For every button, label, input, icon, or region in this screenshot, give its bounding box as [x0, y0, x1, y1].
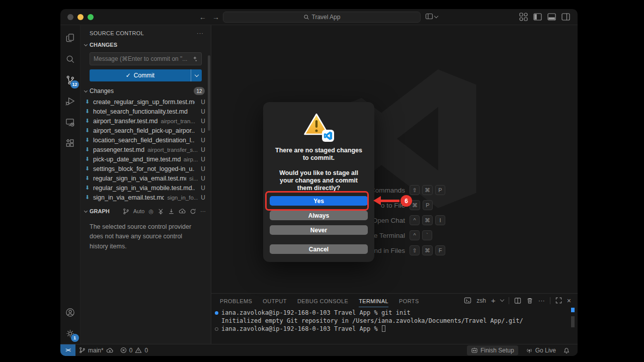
pull-icon[interactable] [168, 208, 175, 215]
keycap: I [435, 215, 445, 225]
maximize-panel-icon[interactable] [555, 297, 562, 304]
scm-count-badge: 12 [70, 80, 78, 88]
markdown-file-icon: ⬇ [85, 137, 93, 143]
layout-dropdown-icon[interactable] [425, 13, 438, 21]
untracked-status: U [198, 137, 205, 144]
sidebar-scrollbar[interactable] [208, 55, 210, 131]
file-row[interactable]: ⬇ settings_block_for_not_logged-in_u... … [80, 164, 211, 173]
branch-status-item[interactable]: main* [75, 344, 117, 356]
explorer-icon[interactable] [60, 27, 80, 48]
terminal-dropdown-icon[interactable] [500, 298, 504, 302]
sidebar-title: SOURCE CONTROL [90, 30, 144, 36]
command-center-search[interactable]: Travel App [223, 12, 421, 23]
file-row[interactable]: ⬇ regular_sign_in_via_email.test.md si..… [80, 173, 211, 183]
graph-auto-label[interactable]: Auto [133, 208, 145, 214]
file-row[interactable]: ⬇ passenger.test.md airport_transfer_s..… [80, 145, 211, 154]
keycap: ^ [410, 215, 420, 225]
sparkle-icon[interactable] [190, 55, 198, 63]
branch-icon [123, 208, 129, 215]
tab-problems[interactable]: PROBLEMS [220, 298, 252, 304]
keycap: ⌘ [422, 215, 433, 225]
file-row[interactable]: ⬇ regular_sign_in_via_mobile.test.md... … [80, 183, 211, 193]
notifications-bell-icon[interactable] [559, 344, 574, 356]
commit-message-placeholder: Message (⌘Enter to commit on "... [94, 55, 190, 62]
chevron-down-icon [84, 88, 88, 92]
traffic-lights [67, 14, 94, 20]
untracked-status: U [198, 156, 205, 163]
nav-back-icon[interactable]: ← [199, 13, 206, 21]
run-debug-icon[interactable] [60, 90, 80, 112]
customize-layout-icon[interactable] [519, 12, 528, 22]
check-icon: ✓ [126, 72, 131, 79]
workspace-title: Travel App [312, 14, 341, 21]
changes-section-header[interactable]: CHANGES [80, 38, 211, 49]
commit-button[interactable]: ✓ Commit [90, 69, 202, 81]
activity-bar: 12 [60, 25, 80, 344]
untracked-status: U [198, 118, 205, 125]
always-button[interactable]: Always [270, 211, 368, 220]
problems-status-item[interactable]: 0 0 [117, 344, 151, 356]
fetch-icon[interactable] [157, 208, 164, 215]
untracked-status: U [198, 146, 205, 153]
changes-tree-header[interactable]: Changes 12 [80, 86, 211, 96]
tab-debug-console[interactable]: DEBUG CONSOLE [297, 298, 348, 304]
cloud-upload-icon[interactable] [179, 208, 186, 215]
new-terminal-icon[interactable]: + [491, 296, 496, 305]
cancel-button[interactable]: Cancel [270, 244, 368, 254]
maximize-window-button[interactable] [88, 14, 94, 20]
terminal-scrollbar[interactable] [571, 308, 575, 338]
keycap: P [423, 200, 433, 210]
file-row[interactable]: ⬇ pick-up_date_and_time.test.md airp... … [80, 154, 211, 164]
untracked-status: U [198, 185, 205, 192]
shell-label: zsh [476, 297, 486, 304]
file-row[interactable]: ⬇ hotel_search_functionality.test.md U [80, 107, 211, 116]
tab-ports[interactable]: PORTS [399, 298, 419, 304]
refresh-icon[interactable] [190, 208, 196, 215]
source-control-icon[interactable]: 12 [60, 69, 80, 90]
close-panel-icon[interactable]: × [567, 297, 571, 305]
file-row[interactable]: ⬇ location_search_field_destination_l...… [80, 135, 211, 145]
chevron-down-icon [84, 209, 88, 212]
keycap: ^ [410, 230, 420, 240]
dialog-message-detail: Would you like to stage all your changes… [273, 169, 365, 192]
close-window-button[interactable] [67, 14, 73, 20]
file-row[interactable]: ⬇ sign_in_via_email.test.md sign_in_fo..… [80, 193, 211, 202]
never-button[interactable]: Never [270, 225, 368, 235]
commit-dropdown-button[interactable] [191, 69, 202, 81]
staged-changes-dialog: There are no staged changes to commit. W… [263, 102, 374, 262]
toggle-sidebar-icon[interactable] [533, 12, 542, 22]
minimize-window-button[interactable] [77, 14, 84, 20]
tab-terminal[interactable]: TERMINAL [359, 298, 388, 304]
remote-explorer-icon[interactable] [60, 112, 80, 133]
terminal-output[interactable]: iana.zavoloka@ip-192-168-0-103 Travel Ap… [211, 309, 568, 333]
accounts-icon[interactable] [60, 302, 80, 323]
commit-message-input[interactable]: Message (⌘Enter to commit on "... [90, 52, 202, 65]
graph-section-header[interactable]: GRAPH Auto ◎ [80, 206, 211, 216]
remote-indicator[interactable]: >< [60, 344, 75, 356]
go-live-button[interactable]: Go Live [522, 344, 559, 356]
panel-more-icon[interactable]: ··· [538, 297, 545, 304]
toggle-secondary-sidebar-icon[interactable] [561, 12, 571, 22]
split-terminal-icon[interactable] [514, 297, 521, 304]
prompt-decoration-icon [215, 327, 218, 331]
file-row[interactable]: ⬇ create_regular_sign_up_form.test.md U [80, 97, 211, 107]
markdown-file-icon: ⬇ [85, 156, 93, 162]
sidebar-more-icon[interactable]: ··· [197, 30, 204, 36]
graph-more-icon[interactable]: ··· [200, 208, 206, 214]
file-row[interactable]: ⬇ airport_search_field_pick-up_airpor...… [80, 126, 211, 135]
search-sidebar-icon[interactable] [60, 48, 80, 69]
toggle-panel-icon[interactable] [547, 12, 556, 22]
nav-forward-icon[interactable]: → [212, 13, 219, 21]
kill-terminal-trash-icon[interactable] [526, 297, 533, 304]
settings-gear-icon[interactable]: 1 [60, 323, 80, 344]
tab-output[interactable]: OUTPUT [263, 298, 287, 304]
finish-setup-button[interactable]: Finish Setup [467, 345, 518, 355]
publish-cloud-icon [106, 347, 113, 354]
source-control-panel: SOURCE CONTROL ··· CHANGES Message (⌘Ent… [80, 25, 211, 344]
setup-icon [471, 347, 478, 354]
changes-file-list: ⬇ create_regular_sign_up_form.test.md U … [80, 97, 211, 202]
extensions-icon[interactable] [60, 133, 80, 154]
target-icon[interactable]: ◎ [148, 208, 153, 215]
file-row[interactable]: ⬇ airport_transfer.test.md airport_tran.… [80, 116, 211, 126]
markdown-file-icon: ⬇ [85, 108, 93, 115]
